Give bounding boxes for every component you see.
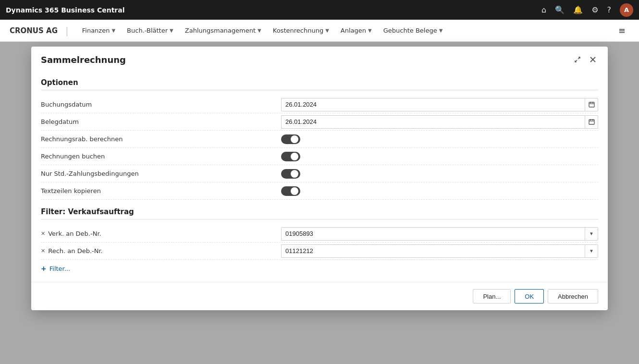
textzeilen-kopieren-label: Textzeilen kopieren — [41, 184, 281, 197]
svg-rect-4 — [589, 102, 594, 107]
rech-deb-nr-label: ✕ Rech. an Deb.-Nr. — [41, 244, 281, 257]
verk-deb-nr-dropdown-btn[interactable]: ▼ — [585, 227, 598, 241]
cancel-button[interactable]: Abbrechen — [548, 289, 598, 303]
chevron-down-icon: ▼ — [368, 28, 372, 33]
menubar: CRONUS AG | Finanzen ▼ Buch.-Blätter ▼ Z… — [0, 20, 639, 42]
buchungsdatum-input[interactable] — [281, 98, 585, 111]
search-icon[interactable]: 🔍 — [555, 5, 565, 14]
textzeilen-kopieren-control — [281, 186, 598, 196]
rechnungsrab-toggle[interactable] — [281, 134, 300, 144]
buchungsdatum-calendar-btn[interactable] — [585, 98, 598, 111]
rechnungen-buchen-control — [281, 152, 598, 161]
app-title: Dynamics 365 Business Central — [6, 6, 125, 14]
dialog-title: Sammelrechnung — [41, 55, 126, 65]
dialog-overlay: Sammelrechnung — [0, 42, 639, 364]
verk-deb-nr-row: ✕ Verk. an Deb.-Nr. ▼ — [41, 225, 598, 243]
std-zahlungsbedingungen-toggle[interactable] — [281, 169, 300, 179]
rech-deb-nr-control: ▼ — [281, 244, 598, 258]
chevron-down-icon: ▼ — [170, 28, 173, 33]
plan-button[interactable]: Plan... — [473, 289, 511, 303]
topbar-icons: ⌂ 🔍 🔔 ⚙ ? A — [541, 3, 633, 17]
building-icon[interactable]: ⌂ — [541, 5, 546, 14]
rechnungen-buchen-label: Rechnungen buchen — [41, 150, 281, 163]
std-zahlungsbedingungen-row: Nur Std.-Zahlungsbedingungen — [41, 165, 598, 182]
textzeilen-kopieren-toggle-wrap — [281, 186, 300, 196]
std-zahlungsbedingungen-toggle-wrap — [281, 169, 300, 179]
rech-deb-nr-row: ✕ Rech. an Deb.-Nr. ▼ — [41, 243, 598, 260]
textzeilen-kopieren-row: Textzeilen kopieren — [41, 182, 598, 200]
textzeilen-kopieren-toggle[interactable] — [281, 186, 300, 196]
more-menu-button[interactable]: ≡ — [614, 25, 629, 36]
rech-deb-nr-clear-icon[interactable]: ✕ — [41, 248, 45, 254]
menu-separator: | — [65, 25, 69, 36]
optionen-section-title: Optionen — [41, 78, 598, 90]
rechnungsrab-control — [281, 134, 598, 144]
belegdatum-row: Belegdatum — [41, 113, 598, 131]
user-avatar[interactable]: A — [620, 3, 633, 17]
rechnungsrab-toggle-wrap — [281, 134, 300, 144]
std-zahlungsbedingungen-label: Nur Std.-Zahlungsbedingungen — [41, 167, 281, 180]
menubar-item-buchblaetter[interactable]: Buch.-Blätter ▼ — [121, 20, 179, 42]
rechnungsrab-label: Rechnungsrab. berechnen — [41, 133, 281, 146]
bell-icon[interactable]: 🔔 — [573, 5, 583, 14]
buchungsdatum-label: Buchungsdatum — [41, 98, 281, 111]
belegdatum-label: Belegdatum — [41, 115, 281, 128]
company-name: CRONUS AG — [10, 26, 58, 35]
verk-deb-nr-label: ✕ Verk. an Deb.-Nr. — [41, 227, 281, 240]
help-icon[interactable]: ? — [607, 5, 612, 14]
buchungsdatum-row: Buchungsdatum — [41, 96, 598, 113]
dialog-body: Optionen Buchungsdatum — [31, 71, 608, 282]
page-background: Sammelrechnung — [0, 42, 639, 364]
belegdatum-input-wrap — [281, 115, 598, 129]
rechnungsrab-row: Rechnungsrab. berechnen — [41, 131, 598, 148]
rechnungen-buchen-toggle-wrap — [281, 152, 300, 161]
rech-deb-nr-input[interactable] — [281, 244, 585, 258]
belegdatum-input[interactable] — [281, 115, 585, 129]
belegdatum-control — [281, 115, 598, 129]
rech-deb-nr-dropdown-btn[interactable]: ▼ — [585, 244, 598, 258]
menubar-item-anlagen[interactable]: Anlagen ▼ — [335, 20, 378, 42]
menubar-item-gebuchtebelege[interactable]: Gebuchte Belege ▼ — [378, 20, 449, 42]
menubar-item-finanzen[interactable]: Finanzen ▼ — [76, 20, 121, 42]
add-filter-label: Filter... — [49, 265, 70, 272]
belegdatum-calendar-btn[interactable] — [585, 115, 598, 129]
std-zahlungsbedingungen-control — [281, 169, 598, 179]
menubar-item-zahlungsmanagement[interactable]: Zahlungsmanagement ▼ — [179, 20, 267, 42]
chevron-down-icon: ▼ — [111, 28, 115, 33]
rechnungen-buchen-toggle[interactable] — [281, 152, 300, 161]
settings-icon[interactable]: ⚙ — [591, 5, 598, 14]
rechnungen-buchen-row: Rechnungen buchen — [41, 148, 598, 165]
dialog-header-icons — [572, 54, 598, 65]
verk-deb-nr-input[interactable] — [281, 227, 585, 241]
verk-deb-nr-input-wrap: ▼ — [281, 227, 598, 241]
verk-deb-nr-control: ▼ — [281, 227, 598, 241]
verk-deb-nr-clear-icon[interactable]: ✕ — [41, 231, 45, 237]
sammelrechnung-dialog: Sammelrechnung — [31, 47, 608, 310]
svg-rect-8 — [589, 120, 594, 124]
chevron-down-icon: ▼ — [325, 28, 329, 33]
chevron-down-icon: ▼ — [258, 28, 261, 33]
add-filter-row[interactable]: + Filter... — [41, 265, 598, 272]
close-button[interactable] — [588, 54, 598, 65]
plus-icon: + — [41, 265, 47, 272]
filter-section-title: Filter: Verkaufsauftrag — [41, 207, 598, 219]
buchungsdatum-input-wrap — [281, 98, 598, 111]
ok-button[interactable]: OK — [515, 289, 544, 303]
chevron-down-icon: ▼ — [439, 28, 443, 33]
dialog-footer: Plan... OK Abbrechen — [31, 282, 608, 310]
buchungsdatum-control — [281, 98, 598, 111]
topbar: Dynamics 365 Business Central ⌂ 🔍 🔔 ⚙ ? … — [0, 0, 639, 20]
menubar-item-kostenrechnung[interactable]: Kostenrechnung ▼ — [267, 20, 335, 42]
dialog-header: Sammelrechnung — [31, 47, 608, 71]
rech-deb-nr-input-wrap: ▼ — [281, 244, 598, 258]
maximize-button[interactable] — [572, 54, 583, 65]
